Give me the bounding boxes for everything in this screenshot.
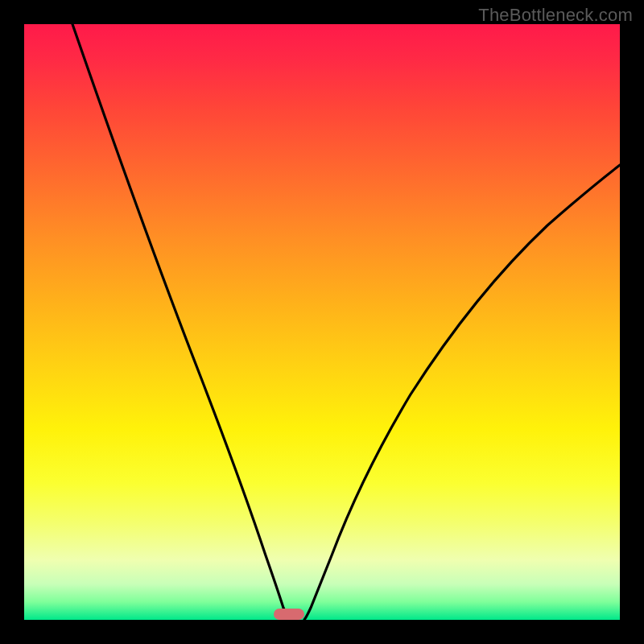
- optimal-marker: [274, 609, 304, 620]
- plot-area: [24, 24, 620, 620]
- bottleneck-curve-left: [72, 24, 290, 620]
- chart-container: TheBottleneck.com: [0, 0, 644, 644]
- watermark-text: TheBottleneck.com: [478, 5, 633, 26]
- bottleneck-curve-right: [304, 165, 620, 620]
- curve-overlay: [24, 24, 620, 620]
